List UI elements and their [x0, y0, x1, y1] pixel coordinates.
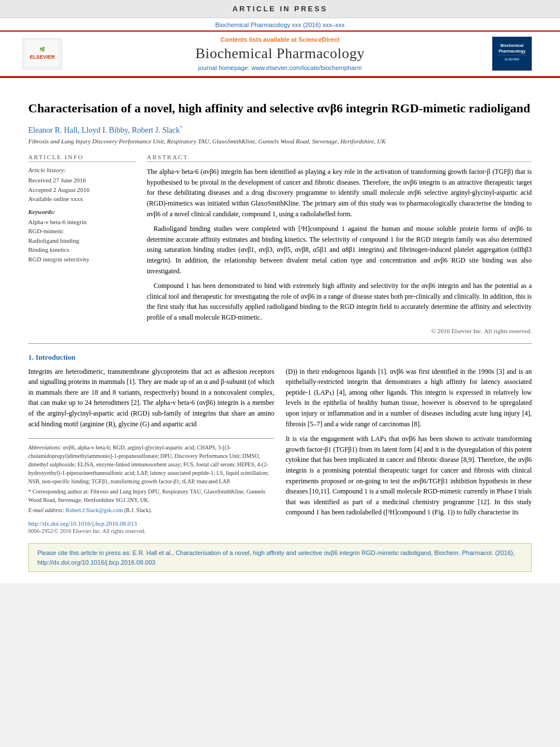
- available-online: Available online xxxx: [28, 194, 135, 204]
- abstract-paragraph: Radioligand binding studies were complet…: [147, 224, 532, 276]
- footnotes-area: Abbreviations: αvβ6, alpha-v beta-6; RGD…: [28, 438, 274, 514]
- article-info-col: ARTICLE INFO Article history: Received 2…: [28, 154, 135, 334]
- journal-header-center: Contents lists available at ScienceDirec…: [68, 36, 492, 71]
- keyword-item: RGD integrin selectivity: [28, 255, 135, 264]
- abstract-header: ABSTRACT: [147, 154, 532, 162]
- email-address[interactable]: Robert.J.Slack@gsk.com: [65, 507, 123, 513]
- abbreviations-label: Abbreviations:: [28, 444, 62, 451]
- intro-right-text: (D)) in their endogenous ligands [1]. αv…: [286, 366, 532, 518]
- doi-url[interactable]: http://dx.doi.org/10.1016/j.bcp.2016.08.…: [28, 520, 137, 527]
- info-abstract-columns: ARTICLE INFO Article history: Received 2…: [28, 154, 532, 334]
- intro-right-paragraph: (D)) in their endogenous ligands [1]. αv…: [286, 366, 532, 430]
- sciencedirect-label: ScienceDirect: [299, 36, 340, 43]
- red-divider: [0, 76, 560, 78]
- journal-ref-text: Biochemical Pharmacology xxx (2016) xxx–…: [215, 21, 344, 28]
- intro-left-text: Integrins are heterodimeric, transmembra…: [28, 366, 274, 430]
- abstract-paragraphs-container: The alpha-v beta-6 (αvβ6) integrin has b…: [147, 167, 532, 322]
- intro-left-paragraph: Integrins are heterodimeric, transmembra…: [28, 366, 274, 430]
- intro-section-title: 1. Introduction: [28, 353, 532, 362]
- abstract-paragraph: The alpha-v beta-6 (αvβ6) integrin has b…: [147, 167, 532, 219]
- homepage-url[interactable]: www.elsevier.com/locate/biochempharm: [251, 64, 362, 71]
- authors-line: Eleanor R. Hall, Lloyd I. Bibby, Robert …: [28, 125, 532, 135]
- copyright: © 2016 Elsevier Inc. All rights reserved…: [147, 327, 532, 334]
- main-content: Characterisation of a novel, high affini…: [0, 89, 560, 583]
- svg-text:ELSEVIER: ELSEVIER: [30, 54, 55, 60]
- svg-text:🌿: 🌿: [40, 46, 45, 52]
- abbreviations-note: Abbreviations: αvβ6, alpha-v beta-6; RGD…: [28, 443, 274, 486]
- email-suffix: (R.J. Slack).: [124, 507, 152, 513]
- elsevier-logo-area: 🌿 ELSEVIER: [23, 38, 68, 69]
- keywords-label: Keywords:: [28, 208, 135, 215]
- footer-cite-doi[interactable]: http://dx.doi.org/10.1016/j.bcp.2016.08.…: [37, 559, 155, 566]
- svg-text:Pharmacology: Pharmacology: [498, 49, 526, 54]
- page-wrapper: ARTICLE IN PRESS Biochemical Pharmacolog…: [0, 0, 560, 583]
- svg-text:Biochemical: Biochemical: [501, 43, 524, 47]
- elsevier-logo: 🌿 ELSEVIER: [23, 38, 62, 69]
- article-title: Characterisation of a novel, high affini…: [28, 101, 532, 117]
- abbreviations-text: αvβ6, alpha-v beta-6; RGD, arginyl-glyci…: [28, 444, 269, 484]
- svg-rect-0: [25, 40, 59, 68]
- footer-citation: Please cite this article in press as: E.…: [28, 543, 532, 572]
- bp-logo: Biochemical Pharmacology ELSEVIER: [492, 37, 532, 71]
- keyword-item: RGD-mimetic: [28, 226, 135, 236]
- abstract-text: The alpha-v beta-6 (αvβ6) integrin has b…: [147, 167, 532, 322]
- journal-header: 🌿 ELSEVIER Contents lists available at S…: [0, 30, 560, 76]
- affiliation: Fibrosis and Lung Injury Discovery Perfo…: [28, 138, 532, 145]
- keyword-item: Radioligand binding: [28, 236, 135, 246]
- footer-cite-prefix: Please cite this article in press as: E.…: [37, 549, 515, 556]
- email-label: E-mail address:: [28, 507, 64, 513]
- keywords-list: Alpha-v beta-6 integrinRGD-mimeticRadiol…: [28, 217, 135, 264]
- intro-right-paragraph: It is via the engagement with LAP₁ that …: [286, 434, 532, 518]
- homepage-prefix: journal homepage:: [198, 64, 251, 71]
- article-info-header: ARTICLE INFO: [28, 154, 135, 162]
- intro-left-col: Integrins are heterodimeric, transmembra…: [28, 366, 274, 535]
- keyword-item: Binding kinetics: [28, 245, 135, 255]
- accepted-date: Accepted 2 August 2016: [28, 185, 135, 195]
- introduction-section: 1. Introduction Integrins are heterodime…: [28, 353, 532, 535]
- aip-banner: ARTICLE IN PRESS: [0, 0, 560, 18]
- sciencedirect-prefix: Contents lists available at: [221, 36, 299, 43]
- journal-homepage: journal homepage: www.elsevier.com/locat…: [68, 64, 492, 71]
- svg-text:ELSEVIER: ELSEVIER: [505, 58, 519, 61]
- gray-divider: [28, 343, 532, 344]
- doi-links: http://dx.doi.org/10.1016/j.bcp.2016.08.…: [28, 520, 274, 534]
- corresponding-note: * Corresponding author at: Fibrosis and …: [28, 487, 274, 504]
- journal-ref-line: Biochemical Pharmacology xxx (2016) xxx–…: [0, 18, 560, 30]
- issn: 0006-2952/© 2016 Elsevier Inc. All right…: [28, 528, 274, 534]
- corresponding-label: * Corresponding author at:: [28, 488, 89, 495]
- journal-title: Biochemical Pharmacology: [68, 45, 492, 62]
- abstract-paragraph: Compound 1 has been demonstrated to bind…: [147, 281, 532, 322]
- intro-two-col: Integrins are heterodimeric, transmembra…: [28, 366, 532, 535]
- email-note: E-mail address: Robert.J.Slack@gsk.com (…: [28, 506, 274, 514]
- sciencedirect-line: Contents lists available at ScienceDirec…: [68, 36, 492, 43]
- author-star: *: [180, 125, 183, 130]
- keyword-item: Alpha-v beta-6 integrin: [28, 217, 135, 227]
- aip-banner-text: ARTICLE IN PRESS: [233, 5, 328, 13]
- received-date: Received 27 June 2016: [28, 176, 135, 185]
- abstract-col: ABSTRACT The alpha-v beta-6 (αvβ6) integ…: [147, 154, 532, 334]
- bp-logo-area: Biochemical Pharmacology ELSEVIER: [492, 37, 537, 71]
- history-label: Article history:: [28, 167, 135, 173]
- intro-right-col: (D)) in their endogenous ligands [1]. αv…: [286, 366, 532, 535]
- author-names: Eleanor R. Hall, Lloyd I. Bibby, Robert …: [28, 125, 180, 134]
